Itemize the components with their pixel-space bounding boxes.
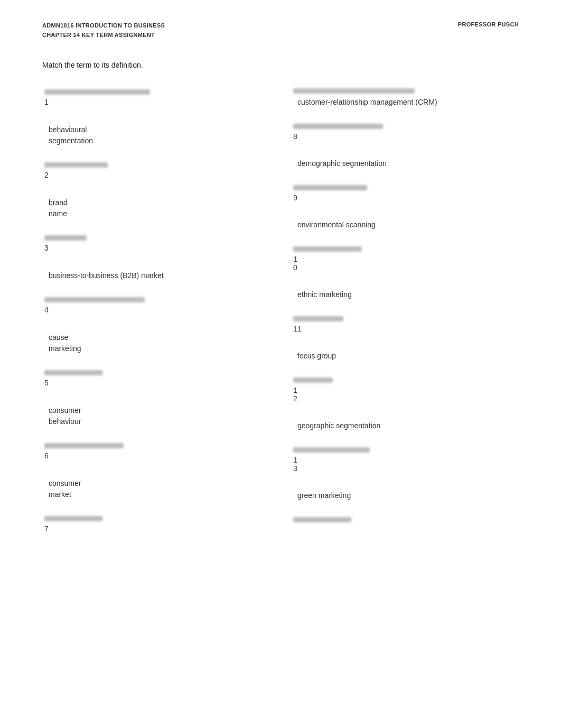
assignment-title: CHAPTER 14 KEY TERM ASSIGNMENT bbox=[42, 31, 165, 40]
list-item: 6 bbox=[42, 439, 270, 464]
answer-blank bbox=[44, 235, 87, 241]
answer-blank bbox=[293, 124, 383, 129]
answer-blank bbox=[44, 89, 150, 95]
list-item: environmental scanning bbox=[291, 216, 519, 233]
list-item: 13 bbox=[291, 444, 519, 476]
list-item: 9 bbox=[291, 182, 519, 206]
answer-blank bbox=[44, 297, 145, 302]
list-item: 8 bbox=[291, 121, 519, 144]
answer-blank bbox=[293, 517, 351, 522]
left-column: 1 behaviouralsegmentation 2 brandname 3 … bbox=[42, 85, 270, 547]
list-item: 1 bbox=[42, 85, 270, 110]
list-item: 3 bbox=[42, 231, 270, 256]
instructions: Match the term to its definition. bbox=[42, 61, 519, 69]
list-item: demographic segmentation bbox=[291, 155, 519, 171]
list-item: consumermarket bbox=[42, 474, 270, 502]
matching-container: 1 behaviouralsegmentation 2 brandname 3 … bbox=[42, 85, 519, 547]
list-item: 7 bbox=[42, 512, 270, 537]
professor-name: PROFESSOR PUSCH bbox=[458, 21, 519, 27]
list-item: 4 bbox=[42, 293, 270, 318]
answer-blank bbox=[44, 516, 102, 521]
list-item: brandname bbox=[42, 193, 270, 222]
list-item: focus group bbox=[291, 347, 519, 364]
list-item: 2 bbox=[42, 158, 270, 183]
answer-blank bbox=[44, 370, 102, 375]
answer-blank bbox=[44, 162, 108, 168]
answer-blank bbox=[44, 443, 124, 448]
answer-blank bbox=[293, 185, 367, 190]
right-column: customer-relationship management (CRM) 8… bbox=[291, 85, 519, 547]
page-header: ADMN1016 INTRODUCTION TO BUSINESS CHAPTE… bbox=[42, 21, 519, 40]
course-title: ADMN1016 INTRODUCTION TO BUSINESS bbox=[42, 21, 165, 31]
list-item: geographic segmentation bbox=[291, 417, 519, 434]
list-item: consumerbehaviour bbox=[42, 401, 270, 429]
list-item: green marketing bbox=[291, 487, 519, 503]
list-item: 12 bbox=[291, 374, 519, 407]
list-item: behaviouralsegmentation bbox=[42, 120, 270, 149]
list-item: 10 bbox=[291, 243, 519, 275]
list-item: customer-relationship management (CRM) bbox=[291, 85, 519, 110]
list-item bbox=[291, 514, 519, 528]
list-item: ethnic marketing bbox=[291, 286, 519, 302]
header-left: ADMN1016 INTRODUCTION TO BUSINESS CHAPTE… bbox=[42, 21, 165, 40]
answer-blank bbox=[293, 316, 343, 321]
answer-blank bbox=[293, 88, 415, 94]
list-item: 5 bbox=[42, 366, 270, 391]
list-item: causemarketing bbox=[42, 328, 270, 356]
answer-blank bbox=[293, 447, 370, 453]
answer-blank bbox=[293, 377, 333, 383]
answer-blank bbox=[293, 246, 362, 252]
list-item: business-to-business (B2B) market bbox=[42, 266, 270, 283]
list-item: 11 bbox=[291, 313, 519, 337]
